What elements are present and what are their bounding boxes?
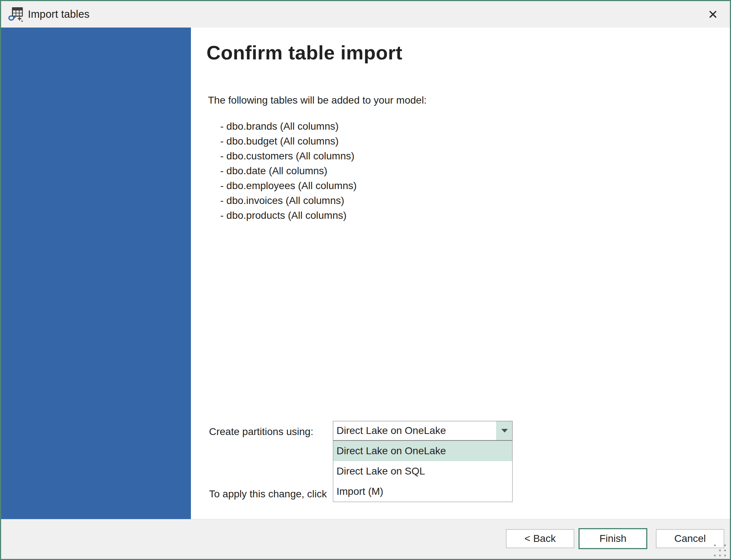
create-partitions-label: Create partitions using: <box>209 426 313 438</box>
table-list-item: - dbo.budget (All columns) <box>220 134 357 149</box>
main-panel: Confirm table import The following table… <box>191 28 730 519</box>
page-title: Confirm table import <box>206 41 402 64</box>
resize-grip-icon[interactable] <box>712 542 728 557</box>
footer-bar: < Back Finish Cancel <box>1 519 730 559</box>
dropdown-option-direct-lake-onelake[interactable]: Direct Lake on OneLake <box>333 441 512 461</box>
dropdown-option-import-m[interactable]: Import (M) <box>333 481 512 502</box>
combobox-selected-value: Direct Lake on OneLake <box>333 425 496 436</box>
close-icon[interactable]: ✕ <box>704 6 722 23</box>
table-list-item: - dbo.brands (All columns) <box>220 119 357 134</box>
table-list: - dbo.brands (All columns) - dbo.budget … <box>220 119 357 223</box>
table-list-item: - dbo.products (All columns) <box>220 208 357 223</box>
back-button[interactable]: < Back <box>506 529 574 548</box>
intro-text: The following tables will be added to yo… <box>208 95 427 106</box>
chevron-down-icon[interactable] <box>496 421 512 440</box>
window-title: Import tables <box>28 8 89 20</box>
finish-button[interactable]: Finish <box>578 528 647 549</box>
titlebar: Import tables ✕ <box>1 1 730 28</box>
table-list-item: - dbo.date (All columns) <box>220 163 357 178</box>
wizard-sidebar-panel <box>1 28 191 519</box>
dialog-content: Confirm table import The following table… <box>1 28 730 519</box>
import-tables-icon <box>8 6 24 23</box>
partition-mode-dropdown-list: Direct Lake on OneLake Direct Lake on SQ… <box>333 440 513 502</box>
table-list-item: - dbo.invoices (All columns) <box>220 193 357 208</box>
dropdown-option-direct-lake-sql[interactable]: Direct Lake on SQL <box>333 461 512 481</box>
table-list-item: - dbo.employees (All columns) <box>220 178 357 193</box>
table-list-item: - dbo.customers (All columns) <box>220 149 357 163</box>
partition-mode-combobox[interactable]: Direct Lake on OneLake <box>333 421 513 440</box>
apply-change-note: To apply this change, click <box>209 488 327 500</box>
import-tables-dialog: Import tables ✕ Confirm table import The… <box>0 0 731 560</box>
